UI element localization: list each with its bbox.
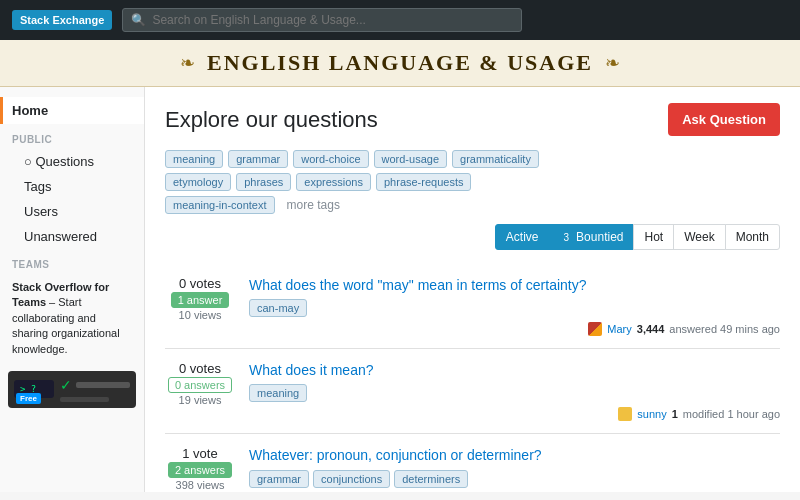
content-area: Explore our questions Ask Question meani… <box>145 87 800 492</box>
ad-check-icon: ✓ <box>60 377 72 393</box>
tab-month[interactable]: Month <box>725 224 780 250</box>
question-body: Whatever: pronoun, conjunction or determ… <box>249 446 780 492</box>
answer-count: 1 answer <box>171 292 230 308</box>
q-tag[interactable]: grammar <box>249 470 309 488</box>
sidebar-item-tags[interactable]: Tags <box>0 174 144 199</box>
tags-row-2: etymology phrases expressions phrase-req… <box>165 173 780 191</box>
tag-grammaticality[interactable]: grammaticality <box>452 150 539 168</box>
page-header: Explore our questions Ask Question <box>165 103 780 136</box>
vote-count: 1 vote <box>165 446 235 461</box>
tag-meaning-in-context[interactable]: meaning-in-context <box>165 196 275 214</box>
answer-count: 2 answers <box>168 462 232 478</box>
tab-week[interactable]: Week <box>673 224 725 250</box>
question-title[interactable]: Whatever: pronoun, conjunction or determ… <box>249 446 780 464</box>
user-avatar <box>588 322 602 336</box>
question-body: What does the word "may" mean in terms o… <box>249 276 780 336</box>
answer-count: 0 answers <box>168 377 232 393</box>
main-layout: Home PUBLIC ○ Questions Tags Users Unans… <box>0 87 800 492</box>
question-tags: grammar conjunctions determiners <box>249 470 780 488</box>
tag-phrase-requests[interactable]: phrase-requests <box>376 173 472 191</box>
ad-widget[interactable]: >_? ✓ Free <box>8 371 136 408</box>
question-item: 0 votes 0 answers 19 views What does it … <box>165 349 780 434</box>
action-text: answered 49 mins ago <box>669 323 780 335</box>
tags-row-3: meaning-in-context more tags <box>165 196 780 214</box>
tab-hot[interactable]: Hot <box>633 224 674 250</box>
tag-etymology[interactable]: etymology <box>165 173 231 191</box>
question-meta: Mary 3,444 answered 49 mins ago <box>249 322 780 336</box>
q-tag[interactable]: conjunctions <box>313 470 390 488</box>
view-count: 19 views <box>165 394 235 406</box>
bountied-badge: 3 <box>560 232 574 243</box>
ask-question-button[interactable]: Ask Question <box>668 103 780 136</box>
questions-list: 0 votes 1 answer 10 views What does the … <box>165 264 780 492</box>
site-title: ENGLISH LANGUAGE & USAGE <box>207 50 593 76</box>
action-text: modified 1 hour ago <box>683 408 780 420</box>
q-tag[interactable]: can-may <box>249 299 307 317</box>
sidebar-item-questions[interactable]: ○ Questions <box>0 149 144 174</box>
question-item: 0 votes 1 answer 10 views What does the … <box>165 264 780 349</box>
site-banner: ❧ ENGLISH LANGUAGE & USAGE ❧ <box>0 40 800 87</box>
banner-ornament-left: ❧ <box>180 52 195 74</box>
question-title[interactable]: What does the word "may" mean in terms o… <box>249 276 780 294</box>
question-stats: 1 vote 2 answers 398 views <box>165 446 235 492</box>
tags-row-1: meaning grammar word-choice word-usage g… <box>165 150 780 168</box>
q-tag[interactable]: meaning <box>249 384 307 402</box>
sidebar-item-home[interactable]: Home <box>0 97 144 124</box>
sidebar-item-unanswered[interactable]: Unanswered <box>0 224 144 249</box>
tags-area: meaning grammar word-choice word-usage g… <box>165 150 780 214</box>
filter-tabs: Active 3Bountied Hot Week Month <box>165 224 780 250</box>
sidebar-teams-label: TEAMS <box>0 249 144 274</box>
question-title[interactable]: What does it mean? <box>249 361 780 379</box>
vote-count: 0 votes <box>165 276 235 291</box>
user-rep: 1 <box>672 408 678 420</box>
question-tags: meaning <box>249 384 780 402</box>
question-stats: 0 votes 0 answers 19 views <box>165 361 235 421</box>
user-rep: 3,444 <box>637 323 665 335</box>
view-count: 398 views <box>165 479 235 491</box>
teams-promo: Stack Overflow for Teams – Start collabo… <box>0 274 144 363</box>
search-input[interactable] <box>152 13 513 27</box>
question-stats: 0 votes 1 answer 10 views <box>165 276 235 336</box>
question-item: 1 vote 2 answers 398 views Whatever: pro… <box>165 434 780 492</box>
tag-expressions[interactable]: expressions <box>296 173 371 191</box>
tag-grammar[interactable]: grammar <box>228 150 288 168</box>
sidebar-public-label: PUBLIC <box>0 124 144 149</box>
sidebar-item-users[interactable]: Users <box>0 199 144 224</box>
ad-free-badge: Free <box>16 393 41 404</box>
questions-icon: ○ <box>24 154 32 169</box>
tab-bountied[interactable]: 3Bountied <box>549 224 635 250</box>
search-icon: 🔍 <box>131 13 146 27</box>
banner-ornament-right: ❧ <box>605 52 620 74</box>
tab-active[interactable]: Active <box>495 224 550 250</box>
tag-phrases[interactable]: phrases <box>236 173 291 191</box>
q-tag[interactable]: determiners <box>394 470 468 488</box>
tag-meaning[interactable]: meaning <box>165 150 223 168</box>
user-name[interactable]: Mary <box>607 323 631 335</box>
question-meta: sunny 1 modified 1 hour ago <box>249 407 780 421</box>
sidebar: Home PUBLIC ○ Questions Tags Users Unans… <box>0 87 145 492</box>
view-count: 10 views <box>165 309 235 321</box>
user-name[interactable]: sunny <box>637 408 666 420</box>
tag-word-usage[interactable]: word-usage <box>374 150 447 168</box>
search-bar: 🔍 <box>122 8 522 32</box>
question-body: What does it mean? meaning sunny 1 modif… <box>249 361 780 421</box>
question-tags: can-may <box>249 299 780 317</box>
top-bar: Stack Exchange 🔍 <box>0 0 800 40</box>
more-tags-link[interactable]: more tags <box>280 196 347 214</box>
user-avatar <box>618 407 632 421</box>
stack-exchange-logo[interactable]: Stack Exchange <box>12 10 112 30</box>
tag-word-choice[interactable]: word-choice <box>293 150 368 168</box>
page-title: Explore our questions <box>165 107 378 133</box>
vote-count: 0 votes <box>165 361 235 376</box>
